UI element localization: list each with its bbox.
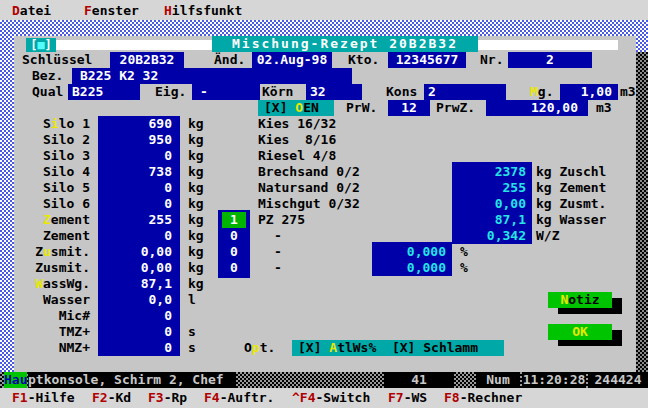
- qual-field[interactable]: B225: [68, 84, 140, 100]
- aend-field[interactable]: 02.Aug-98: [252, 52, 332, 68]
- row-value-wasser[interactable]: 0,0: [98, 292, 180, 308]
- spinner-cell[interactable]: 0: [222, 244, 246, 260]
- summary-value: 255: [452, 180, 532, 196]
- fkey-f2-kd[interactable]: F2-Kd: [92, 390, 131, 406]
- row-value-mic[interactable]: 0: [98, 308, 180, 324]
- fkey-f8-rechner[interactable]: F8-Rechner: [444, 390, 522, 406]
- row-label-silo2: Silo 2: [18, 132, 90, 148]
- row-value-silo5[interactable]: 0: [98, 180, 180, 196]
- row-value-nmz[interactable]: 0: [98, 340, 180, 356]
- row-label-silo3: Silo 3: [18, 148, 90, 164]
- opt-label: Opt.: [244, 340, 275, 356]
- row-unit: l: [188, 292, 196, 308]
- summary-value: 0,342: [452, 228, 532, 244]
- percent-box: 0,000 0,000: [372, 242, 452, 276]
- summary-value: 2378: [452, 164, 532, 180]
- row-unit: kg: [188, 276, 204, 292]
- row-value-zement2[interactable]: 0: [98, 228, 180, 244]
- row-unit: kg: [188, 260, 204, 276]
- fkey-ctrl-f4-switch[interactable]: ^F4-Switch: [292, 390, 370, 406]
- status-counter: 41: [384, 372, 454, 388]
- row-unit: kg: [188, 212, 204, 228]
- material-name: Kies 8/16: [258, 132, 336, 148]
- row-label-silo6: Silo 6: [18, 196, 90, 212]
- row-label-tmz: TMZ+: [18, 324, 90, 340]
- status-id: 244424: [588, 372, 648, 388]
- dialog-title: Mischung-Rezept 20B2B32: [212, 36, 478, 52]
- row-value-silo6[interactable]: 0: [98, 196, 180, 212]
- fkey-f1-hilfe[interactable]: F1-Hilfe: [12, 390, 75, 406]
- row-value-silo3[interactable]: 0: [98, 148, 180, 164]
- row-label-wasswg: WassWg.: [18, 276, 90, 292]
- material-name: PZ 275: [258, 212, 305, 228]
- fkey-f4-auftr[interactable]: F4-Auftr.: [204, 390, 274, 406]
- row-unit: kg: [188, 148, 204, 164]
- oen-checkbox[interactable]: [X] OEN: [258, 100, 334, 116]
- koern-field[interactable]: 32: [306, 84, 362, 100]
- eig-field[interactable]: -: [192, 84, 260, 100]
- fkey-f7-ws[interactable]: F7-WS: [388, 390, 427, 406]
- material-dash: -: [274, 228, 282, 244]
- kto-field[interactable]: 12345677: [388, 52, 466, 68]
- summary-label: kg Zement: [536, 180, 606, 196]
- spinner-cell[interactable]: 0: [222, 228, 246, 244]
- options-checkboxes[interactable]: [X] AtlWs% [X] Schlamm: [292, 340, 504, 356]
- row-unit: kg: [188, 164, 204, 180]
- function-key-bar: F1-Hilfe F2-Kd F3-Rp F4-Auftr. ^F4-Switc…: [0, 388, 648, 408]
- menu-item-fenster[interactable]: Fenster: [84, 3, 139, 19]
- row-value-zusmit2[interactable]: 0,00: [98, 260, 180, 276]
- bez-field[interactable]: B225 K2 32: [72, 68, 352, 84]
- summary-value: 0,00: [452, 196, 532, 212]
- menu-bar: Datei Fenster Hilfsfunkt: [0, 0, 648, 20]
- prwz-label: PrwZ.: [436, 100, 475, 116]
- material-name: Natursand 0/2: [258, 180, 360, 196]
- material-dash: -: [274, 244, 282, 260]
- row-value-tmz[interactable]: 0: [98, 324, 180, 340]
- prw-field[interactable]: 12: [388, 100, 430, 116]
- row-unit: kg: [188, 244, 204, 260]
- percent-sign: %: [460, 260, 468, 276]
- row-label-nmz: NMZ+: [18, 340, 90, 356]
- row-value-silo4[interactable]: 738: [98, 164, 180, 180]
- koern-label: Körn: [262, 84, 293, 100]
- material-dash: -: [274, 260, 282, 276]
- row-unit: kg: [188, 116, 204, 132]
- schluessel-label: Schlüssel: [22, 52, 92, 68]
- row-value-wasswg[interactable]: 87,1: [98, 276, 180, 292]
- row-label-zusmit1: Zusmit.: [18, 244, 90, 260]
- dialog-shadow: [636, 52, 648, 372]
- material-name: Mischgut 0/32: [258, 196, 360, 212]
- ok-button[interactable]: OK: [548, 324, 612, 340]
- notiz-button[interactable]: Notiz: [548, 292, 612, 308]
- status-clock: 11:20:28: [522, 372, 586, 388]
- row-unit: s: [188, 324, 196, 340]
- row-label-silo1: Silo 1: [18, 116, 90, 132]
- mg-label: Mg.: [530, 84, 553, 100]
- row-label-zement1: Zement: [18, 212, 90, 228]
- row-value-silo1[interactable]: 690: [98, 116, 180, 132]
- row-value-silo2[interactable]: 950: [98, 132, 180, 148]
- menu-item-hilfsfunkt[interactable]: Hilfsfunkt: [164, 3, 242, 19]
- kons-field[interactable]: 2: [424, 84, 506, 100]
- summary-label: kg Zusmt.: [536, 196, 606, 212]
- prwz-field[interactable]: 120,00: [486, 100, 588, 116]
- spinner-cell-selected[interactable]: 1: [222, 212, 246, 228]
- prwz-unit: m3: [596, 100, 612, 116]
- spinner-cell[interactable]: 0: [222, 260, 246, 276]
- row-value-zusmit1[interactable]: 0,00: [98, 244, 180, 260]
- menu-item-datei[interactable]: Datei: [12, 3, 51, 19]
- nr-field[interactable]: 2: [508, 52, 592, 68]
- percent-value: 0,000: [372, 260, 452, 276]
- prw-label: PrW.: [346, 100, 377, 116]
- mg-field[interactable]: 1,00: [560, 84, 618, 100]
- eig-label: Eig.: [155, 84, 186, 100]
- fkey-f3-rp[interactable]: F3-Rp: [148, 390, 187, 406]
- row-unit: kg: [188, 132, 204, 148]
- status-num-lock: Num: [476, 372, 520, 388]
- bez-label: Bez.: [32, 68, 63, 84]
- status-bar: Hau ptkonsole, Schirm 2, Chef 41 Num 11:…: [0, 372, 648, 388]
- schluessel-field[interactable]: 20B2B32: [110, 52, 184, 68]
- row-value-zement1[interactable]: 255: [98, 212, 180, 228]
- percent-sign: %: [460, 244, 468, 260]
- close-button[interactable]: [■]: [26, 38, 56, 52]
